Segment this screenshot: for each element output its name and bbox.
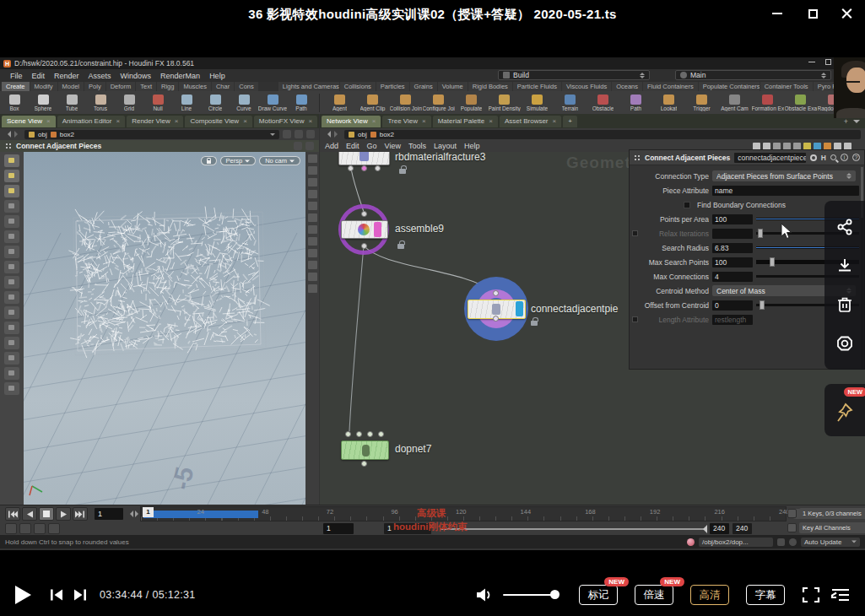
shelf-tab-cons[interactable]: Cons (235, 82, 258, 91)
close-tab-icon[interactable]: × (553, 117, 557, 125)
close-tab-icon[interactable]: × (116, 117, 120, 125)
search-icon[interactable] (295, 130, 303, 138)
shadow-icon[interactable] (308, 202, 317, 210)
key-scope-icon[interactable] (787, 509, 797, 518)
output-connector[interactable] (361, 243, 367, 249)
forward-arrow-icon[interactable] (14, 131, 21, 138)
output-connector[interactable] (361, 461, 367, 467)
input-connector[interactable] (367, 431, 373, 437)
camera-select-button[interactable]: No cam (259, 156, 300, 165)
shelf-tool-lookat[interactable]: Lookat (652, 95, 685, 111)
network-menu-view[interactable]: View (385, 142, 401, 150)
node-name[interactable]: dopnet7 (395, 443, 431, 455)
parameter-node-name-field[interactable]: connectadjacentpieces1 (734, 153, 806, 163)
scale-icon[interactable] (4, 246, 19, 258)
shelf-tab-particles[interactable]: Particles (376, 82, 409, 91)
volume-button[interactable] (476, 587, 493, 606)
player-button-item[interactable]: 字幕 (746, 585, 785, 605)
param-field-points-per-area[interactable]: 100 (712, 214, 753, 224)
pane-tab-render-view[interactable]: Render View× (127, 116, 183, 127)
menu-item-edit[interactable]: Edit (32, 72, 46, 80)
next-video-button[interactable] (73, 588, 88, 605)
param-field-offset-from-centroid[interactable]: 0 (712, 300, 753, 311)
menu-item-assets[interactable]: Assets (89, 72, 111, 80)
shelf-tool-populate[interactable]: Populate (455, 95, 488, 111)
help-icon[interactable]: ? (852, 154, 860, 161)
path-segment[interactable]: obj (38, 131, 47, 138)
state-info-icon[interactable] (294, 142, 302, 150)
houdini-help-icon[interactable]: H (821, 154, 826, 162)
shelf-tab-container-tools[interactable]: Container Tools (760, 82, 813, 91)
param-field-piece-attribute[interactable]: name (712, 186, 859, 196)
back-arrow-icon[interactable] (4, 131, 11, 138)
scene-selector[interactable]: Main (675, 70, 831, 80)
maximize-button[interactable] (796, 0, 830, 27)
menu-item-file[interactable]: File (10, 72, 23, 80)
snap-primitive-icon[interactable] (4, 337, 19, 349)
param-field-max-connections[interactable]: 4 (712, 272, 753, 282)
viewport-3d-canvas[interactable]: -5 Persp No cam (24, 152, 305, 505)
drag-handle-icon[interactable] (634, 154, 641, 161)
param-menu-connection-type[interactable]: Adjacent Pieces from Surface Points (712, 170, 856, 181)
shelf-tab-fluid-containers[interactable]: Fluid Containers (643, 82, 698, 91)
select-arrow-icon[interactable] (4, 200, 19, 213)
shelf-tool-agent[interactable]: Agent (323, 95, 356, 111)
shelf-tool-torus[interactable]: Torus (86, 95, 115, 111)
move-icon[interactable] (4, 215, 19, 228)
pin-pane-icon[interactable] (283, 130, 291, 138)
context-path-field[interactable]: /obj/box2/dop... (699, 538, 773, 547)
shelf-tab-create[interactable]: Create (2, 82, 30, 91)
download-button[interactable] (834, 255, 856, 277)
slider-handle[interactable] (760, 300, 765, 310)
player-button-item[interactable]: 标记NEW (579, 585, 618, 605)
play-button[interactable] (14, 585, 35, 605)
player-button-item[interactable]: 高清 (690, 585, 729, 605)
viewport-path-field[interactable]: obj box2 (24, 130, 279, 139)
close-tab-icon[interactable]: × (243, 117, 247, 125)
close-tab-icon[interactable]: × (372, 117, 376, 125)
minimize-button[interactable] (760, 0, 794, 27)
handles-icon[interactable] (4, 276, 19, 289)
network-menu-edit[interactable]: Edit (346, 142, 360, 150)
display-options-icon[interactable] (308, 284, 317, 293)
shelf-tool-agent-clip[interactable]: Agent Clip (356, 95, 389, 111)
shelf-tool-null[interactable]: Null (143, 95, 172, 111)
network-menu-layout[interactable]: Layout (434, 142, 457, 150)
output-connector[interactable] (348, 165, 354, 171)
network-menu-tools[interactable]: Tools (408, 142, 426, 150)
close-tab-icon[interactable]: × (46, 117, 51, 125)
checkbox-find-boundary-connections[interactable] (684, 202, 690, 208)
snap-point-icon[interactable] (4, 306, 19, 319)
input-connector[interactable] (493, 290, 499, 296)
snapshot-icon[interactable] (306, 130, 315, 138)
shelf-tab-oceans[interactable]: Oceans (612, 82, 642, 91)
refresh-icon[interactable] (789, 538, 797, 546)
shelf-tab-model[interactable]: Model (58, 82, 84, 91)
camera-lock-button[interactable] (201, 156, 217, 165)
lock-icon[interactable] (308, 178, 317, 186)
close-tab-icon[interactable]: × (175, 117, 179, 125)
prev-key-icon[interactable] (127, 511, 133, 517)
input-connector[interactable] (361, 211, 367, 217)
pose-icon[interactable] (4, 261, 19, 273)
key-icon[interactable] (787, 523, 797, 532)
menu-item-render[interactable]: Render (54, 72, 79, 80)
view-icon[interactable] (4, 154, 19, 167)
menu-item-help[interactable]: Help (209, 72, 225, 80)
slider-handle[interactable] (758, 229, 763, 238)
new-tab-icon[interactable]: + (844, 117, 848, 126)
network-menu-add[interactable]: Add (325, 142, 338, 150)
playlist-button[interactable] (830, 586, 851, 607)
shelf-tab-char[interactable]: Char (212, 82, 234, 91)
align-icon[interactable] (4, 352, 19, 365)
node-assemble9[interactable] (341, 220, 388, 239)
shelf-tool-terrain[interactable]: Terrain (554, 95, 587, 111)
volume-knob[interactable] (550, 590, 560, 599)
fullscreen-button[interactable] (802, 586, 820, 607)
play-reverse-button[interactable] (22, 507, 37, 521)
houdini-maximize-icon[interactable] (825, 59, 831, 65)
dropdown-arrow-icon[interactable] (270, 133, 275, 138)
shelf-tool-trigger[interactable]: Trigger (685, 95, 718, 111)
audio-toggle-icon[interactable] (19, 523, 31, 534)
pane-tab-item[interactable]: + (563, 116, 577, 127)
